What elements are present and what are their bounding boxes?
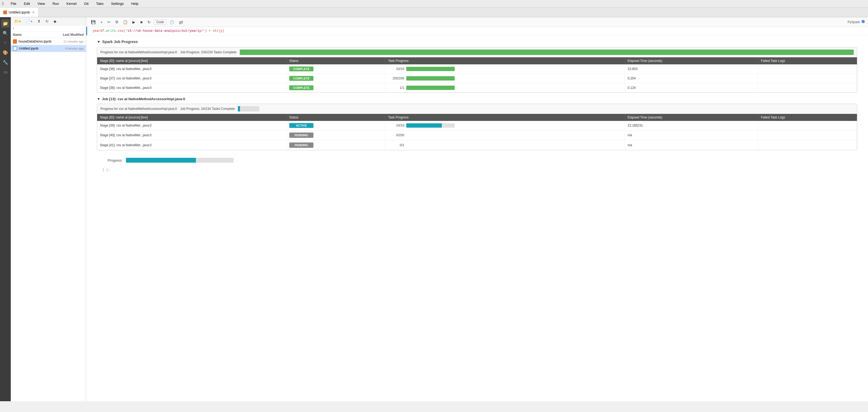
- table-row: Stage [36]: csv at NativeMet...java:0 CO…: [97, 64, 857, 74]
- file-browser: 📁+ 📄+ ⬆ ↻ ◆ / Name Last Modified houseDa…: [11, 17, 86, 401]
- add-cell-button[interactable]: +: [99, 19, 104, 25]
- table-row: Stage [40]: csv at NativeMet...java:0 PE…: [97, 130, 857, 140]
- sidebar-icon-tools[interactable]: 🔧: [1, 58, 9, 66]
- failed-cell: [758, 121, 857, 130]
- task-count: 33/33: [388, 67, 404, 71]
- code-text: yeardf.: [93, 29, 106, 33]
- job1-progress-label: Progress for csv at NativeMethodAccessor…: [100, 50, 177, 54]
- collapse-triangle-icon: ▼: [97, 39, 101, 44]
- status-badge: COMPLETE: [289, 85, 313, 90]
- spark-kernel-label: PySpark: [847, 20, 865, 24]
- col-name-header: Name: [13, 33, 49, 37]
- sidebar-icon-files[interactable]: 📁: [1, 20, 9, 27]
- col-date-header: Last Modified: [49, 33, 84, 37]
- failed-cell: [758, 83, 857, 93]
- task-progress: 24/33: [388, 123, 622, 128]
- copy-button[interactable]: ⧉: [114, 19, 120, 25]
- paste-button[interactable]: 📋: [121, 19, 129, 25]
- menu-settings[interactable]: Settings: [110, 1, 125, 6]
- save-button[interactable]: 💾: [89, 19, 97, 25]
- task-count: 0/1: [388, 143, 404, 147]
- table-row: Stage [39]: csv at NativeMet...java:0 AC…: [97, 121, 857, 130]
- col-elapsed: Elapsed Time (seconds): [625, 57, 758, 64]
- menu-tabs[interactable]: Tabs: [94, 1, 105, 6]
- menu-git[interactable]: Git: [83, 1, 90, 6]
- menu-file[interactable]: File: [9, 1, 18, 6]
- menu-help[interactable]: Help: [130, 1, 140, 6]
- bottom-progress-fill: [126, 158, 196, 163]
- spark-title-text: Spark Job Progress: [102, 39, 138, 44]
- tab-bar: Untitled.ipynb ✕: [0, 7, 868, 17]
- task-progress-cell: 1/1: [385, 83, 625, 93]
- cell-type-selector[interactable]: Code: [154, 20, 166, 25]
- task-bar-fill: [406, 86, 455, 90]
- code-cell[interactable]: yeardf.write.csv('s3://uk-house-data-ana…: [87, 27, 868, 35]
- failed-cell: [758, 74, 857, 83]
- elapsed-cell: n/a: [625, 130, 758, 140]
- table-row: Stage [41]: csv at NativeMet...java:0 PE…: [97, 140, 857, 150]
- cut-button[interactable]: ✂: [106, 19, 112, 25]
- notebook-tab[interactable]: Untitled.ipynb ✕: [0, 7, 39, 17]
- task-bar-fill: [406, 67, 455, 71]
- status-cell: PENDING: [286, 130, 385, 140]
- status-cell: PENDING: [286, 140, 385, 150]
- tab-close-button[interactable]: ✕: [31, 10, 35, 15]
- status-badge: PENDING: [289, 143, 313, 148]
- spark-section-title[interactable]: ▼ Spark Job Progress: [97, 39, 857, 44]
- task-count: 24/33: [388, 124, 404, 127]
- bottom-progress-bar: [126, 158, 234, 163]
- file-item-untitled[interactable]: Untitled.ipynb 4 minutes ago: [11, 45, 86, 52]
- upload-button[interactable]: ⬆: [36, 18, 42, 24]
- job13-collapse-icon: ▼: [97, 97, 100, 101]
- refresh-button[interactable]: ↻: [44, 18, 50, 24]
- job1-progress-bar: [240, 50, 854, 55]
- file-name: Untitled.ipynb: [19, 47, 49, 50]
- left-icon-sidebar: 📁 🔍 ⑂ 🎨 🔧 ▭: [0, 17, 11, 401]
- job13-job-progress-label: Job Progress: 24/234 Tasks Complete: [180, 107, 235, 111]
- col-failed: Failed Task Logs: [758, 57, 857, 64]
- sidebar-icon-search[interactable]: 🔍: [1, 29, 9, 37]
- kernel-status-dot: [862, 20, 865, 23]
- notebook-tab-icon: [3, 10, 7, 14]
- file-icon-orange: [13, 39, 17, 43]
- sidebar-icon-palette[interactable]: 🎨: [1, 49, 9, 57]
- elapsed-cell: n/a: [625, 140, 758, 150]
- col-stage-id: Stage [ID]: name at [source]:[line]: [97, 57, 286, 64]
- job13-progress-fill: [238, 106, 240, 112]
- run-button[interactable]: ▶: [131, 19, 137, 25]
- task-progress: 200/200: [388, 76, 622, 81]
- job1-progress-fill: [240, 50, 854, 55]
- job13-progress-label: Progress for csv at NativeMethodAccessor…: [100, 107, 177, 111]
- spark-job-progress-section: ▼ Spark Job Progress Progress for csv at…: [86, 35, 868, 178]
- file-item-housedatademo[interactable]: houseDataDemo.ipynb 11 minutes ago: [11, 38, 86, 45]
- restart-button[interactable]: ↻: [146, 19, 152, 25]
- menu-edit[interactable]: Edit: [22, 1, 31, 6]
- col-elapsed: Elapsed Time (seconds): [625, 114, 758, 121]
- notebook-toolbar: 💾 + ✂ ⧉ 📋 ▶ ■ ↻ Code 🕐 git PySpark: [86, 17, 868, 27]
- task-progress: 0/200: [388, 133, 622, 137]
- stage-id: Stage [38]: csv at NativeMet...java:0: [97, 83, 286, 93]
- job13-progress-header: Progress for csv at NativeMethodAccessor…: [97, 104, 857, 114]
- task-bar-wrap: [406, 123, 455, 128]
- new-file-button[interactable]: 📄+: [25, 18, 34, 24]
- task-count: 200/200: [388, 77, 404, 80]
- task-bar-fill: [406, 123, 441, 128]
- git-button[interactable]: ◆: [52, 18, 58, 24]
- stage-id: Stage [36]: csv at NativeMet...java:0: [97, 64, 286, 74]
- menu-view[interactable]: View: [36, 1, 46, 6]
- stop-button[interactable]: ■: [138, 19, 144, 25]
- clock-button[interactable]: 🕐: [168, 19, 176, 25]
- task-bar-wrap: [406, 67, 455, 71]
- menu-bar:  File Edit View Run Kernel Git Tabs Set…: [0, 0, 868, 7]
- main-layout: 📁 🔍 ⑂ 🎨 🔧 ▭ 📁+ 📄+ ⬆ ↻ ◆ / Name Last Modi…: [0, 17, 868, 401]
- sidebar-icon-git[interactable]: ⑂: [1, 39, 9, 47]
- menu-kernel[interactable]: Kernel: [65, 1, 78, 6]
- empty-cell[interactable]: [ ]:: [97, 166, 857, 174]
- menu-run[interactable]: Run: [51, 1, 61, 6]
- job-box-1: Progress for csv at NativeMethodAccessor…: [97, 47, 857, 93]
- job1-progress-header: Progress for csv at NativeMethodAccessor…: [97, 48, 857, 57]
- job13-title[interactable]: ▼ Job [13]: csv at NativeMethodAccessorI…: [97, 97, 857, 101]
- notebook-area: 💾 + ✂ ⧉ 📋 ▶ ■ ↻ Code 🕐 git PySpark yeard…: [86, 17, 868, 401]
- new-folder-button[interactable]: 📁+: [13, 18, 22, 24]
- sidebar-icon-terminal[interactable]: ▭: [1, 68, 9, 76]
